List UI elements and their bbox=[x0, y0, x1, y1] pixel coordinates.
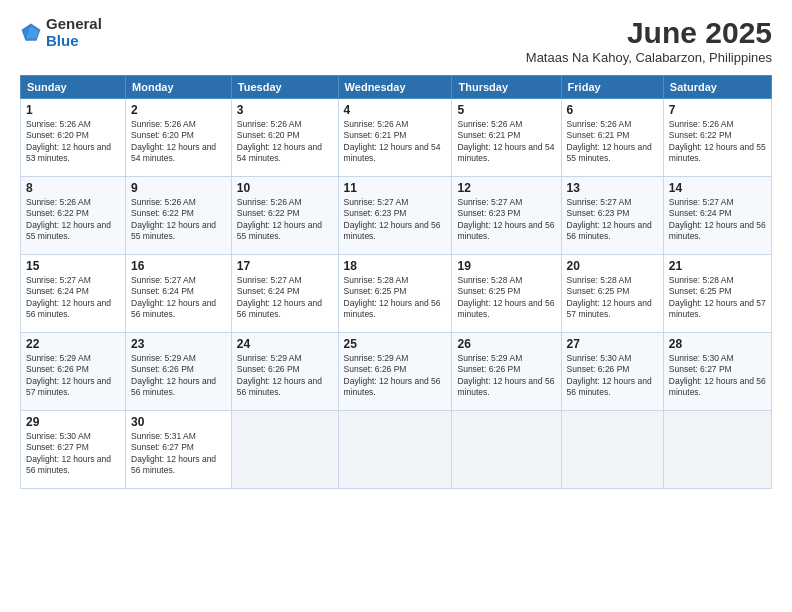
table-cell bbox=[663, 411, 771, 489]
day-info: Sunrise: 5:26 AM Sunset: 6:22 PM Dayligh… bbox=[26, 197, 120, 243]
day-info: Sunrise: 5:26 AM Sunset: 6:20 PM Dayligh… bbox=[26, 119, 120, 165]
day-info: Sunrise: 5:29 AM Sunset: 6:26 PM Dayligh… bbox=[457, 353, 555, 399]
table-cell: 16 Sunrise: 5:27 AM Sunset: 6:24 PM Dayl… bbox=[126, 255, 232, 333]
day-number: 15 bbox=[26, 259, 120, 273]
table-row: 29 Sunrise: 5:30 AM Sunset: 6:27 PM Dayl… bbox=[21, 411, 772, 489]
day-info: Sunrise: 5:27 AM Sunset: 6:24 PM Dayligh… bbox=[669, 197, 766, 243]
table-cell: 1 Sunrise: 5:26 AM Sunset: 6:20 PM Dayli… bbox=[21, 99, 126, 177]
day-number: 5 bbox=[457, 103, 555, 117]
table-cell: 8 Sunrise: 5:26 AM Sunset: 6:22 PM Dayli… bbox=[21, 177, 126, 255]
table-row: 22 Sunrise: 5:29 AM Sunset: 6:26 PM Dayl… bbox=[21, 333, 772, 411]
day-number: 28 bbox=[669, 337, 766, 351]
day-number: 4 bbox=[344, 103, 447, 117]
table-cell: 7 Sunrise: 5:26 AM Sunset: 6:22 PM Dayli… bbox=[663, 99, 771, 177]
day-number: 14 bbox=[669, 181, 766, 195]
table-cell: 14 Sunrise: 5:27 AM Sunset: 6:24 PM Dayl… bbox=[663, 177, 771, 255]
logo-general: General bbox=[46, 15, 102, 32]
col-tuesday: Tuesday bbox=[231, 76, 338, 99]
table-cell: 22 Sunrise: 5:29 AM Sunset: 6:26 PM Dayl… bbox=[21, 333, 126, 411]
table-cell bbox=[231, 411, 338, 489]
table-cell: 10 Sunrise: 5:26 AM Sunset: 6:22 PM Dayl… bbox=[231, 177, 338, 255]
day-info: Sunrise: 5:26 AM Sunset: 6:21 PM Dayligh… bbox=[344, 119, 447, 165]
table-cell bbox=[338, 411, 452, 489]
table-cell: 19 Sunrise: 5:28 AM Sunset: 6:25 PM Dayl… bbox=[452, 255, 561, 333]
day-number: 24 bbox=[237, 337, 333, 351]
day-info: Sunrise: 5:28 AM Sunset: 6:25 PM Dayligh… bbox=[457, 275, 555, 321]
table-cell: 13 Sunrise: 5:27 AM Sunset: 6:23 PM Dayl… bbox=[561, 177, 663, 255]
day-info: Sunrise: 5:28 AM Sunset: 6:25 PM Dayligh… bbox=[567, 275, 658, 321]
table-row: 15 Sunrise: 5:27 AM Sunset: 6:24 PM Dayl… bbox=[21, 255, 772, 333]
day-info: Sunrise: 5:26 AM Sunset: 6:22 PM Dayligh… bbox=[237, 197, 333, 243]
table-cell: 20 Sunrise: 5:28 AM Sunset: 6:25 PM Dayl… bbox=[561, 255, 663, 333]
logo-icon bbox=[20, 22, 42, 44]
day-number: 12 bbox=[457, 181, 555, 195]
page: General Blue June 2025 Mataas Na Kahoy, … bbox=[0, 0, 792, 612]
day-number: 18 bbox=[344, 259, 447, 273]
table-cell: 17 Sunrise: 5:27 AM Sunset: 6:24 PM Dayl… bbox=[231, 255, 338, 333]
table-cell: 2 Sunrise: 5:26 AM Sunset: 6:20 PM Dayli… bbox=[126, 99, 232, 177]
table-cell: 21 Sunrise: 5:28 AM Sunset: 6:25 PM Dayl… bbox=[663, 255, 771, 333]
table-cell: 27 Sunrise: 5:30 AM Sunset: 6:26 PM Dayl… bbox=[561, 333, 663, 411]
day-number: 13 bbox=[567, 181, 658, 195]
day-number: 16 bbox=[131, 259, 226, 273]
day-info: Sunrise: 5:26 AM Sunset: 6:20 PM Dayligh… bbox=[131, 119, 226, 165]
logo-text: General Blue bbox=[46, 16, 102, 49]
table-cell bbox=[561, 411, 663, 489]
table-cell: 9 Sunrise: 5:26 AM Sunset: 6:22 PM Dayli… bbox=[126, 177, 232, 255]
table-cell: 6 Sunrise: 5:26 AM Sunset: 6:21 PM Dayli… bbox=[561, 99, 663, 177]
day-info: Sunrise: 5:26 AM Sunset: 6:22 PM Dayligh… bbox=[131, 197, 226, 243]
day-info: Sunrise: 5:30 AM Sunset: 6:27 PM Dayligh… bbox=[26, 431, 120, 477]
calendar-subtitle: Mataas Na Kahoy, Calabarzon, Philippines bbox=[526, 50, 772, 65]
day-number: 3 bbox=[237, 103, 333, 117]
table-cell: 4 Sunrise: 5:26 AM Sunset: 6:21 PM Dayli… bbox=[338, 99, 452, 177]
day-info: Sunrise: 5:26 AM Sunset: 6:21 PM Dayligh… bbox=[567, 119, 658, 165]
day-info: Sunrise: 5:31 AM Sunset: 6:27 PM Dayligh… bbox=[131, 431, 226, 477]
day-info: Sunrise: 5:28 AM Sunset: 6:25 PM Dayligh… bbox=[669, 275, 766, 321]
day-info: Sunrise: 5:26 AM Sunset: 6:22 PM Dayligh… bbox=[669, 119, 766, 165]
day-info: Sunrise: 5:29 AM Sunset: 6:26 PM Dayligh… bbox=[237, 353, 333, 399]
header: General Blue June 2025 Mataas Na Kahoy, … bbox=[20, 16, 772, 65]
day-number: 11 bbox=[344, 181, 447, 195]
day-info: Sunrise: 5:29 AM Sunset: 6:26 PM Dayligh… bbox=[26, 353, 120, 399]
table-cell: 25 Sunrise: 5:29 AM Sunset: 6:26 PM Dayl… bbox=[338, 333, 452, 411]
col-monday: Monday bbox=[126, 76, 232, 99]
day-number: 1 bbox=[26, 103, 120, 117]
table-cell: 26 Sunrise: 5:29 AM Sunset: 6:26 PM Dayl… bbox=[452, 333, 561, 411]
table-cell: 30 Sunrise: 5:31 AM Sunset: 6:27 PM Dayl… bbox=[126, 411, 232, 489]
day-number: 9 bbox=[131, 181, 226, 195]
day-info: Sunrise: 5:29 AM Sunset: 6:26 PM Dayligh… bbox=[344, 353, 447, 399]
day-number: 17 bbox=[237, 259, 333, 273]
day-number: 19 bbox=[457, 259, 555, 273]
day-number: 26 bbox=[457, 337, 555, 351]
day-info: Sunrise: 5:26 AM Sunset: 6:20 PM Dayligh… bbox=[237, 119, 333, 165]
day-number: 6 bbox=[567, 103, 658, 117]
col-friday: Friday bbox=[561, 76, 663, 99]
col-sunday: Sunday bbox=[21, 76, 126, 99]
day-number: 22 bbox=[26, 337, 120, 351]
header-row: Sunday Monday Tuesday Wednesday Thursday… bbox=[21, 76, 772, 99]
title-area: June 2025 Mataas Na Kahoy, Calabarzon, P… bbox=[526, 16, 772, 65]
table-cell: 15 Sunrise: 5:27 AM Sunset: 6:24 PM Dayl… bbox=[21, 255, 126, 333]
day-info: Sunrise: 5:30 AM Sunset: 6:27 PM Dayligh… bbox=[669, 353, 766, 399]
table-row: 8 Sunrise: 5:26 AM Sunset: 6:22 PM Dayli… bbox=[21, 177, 772, 255]
table-cell: 11 Sunrise: 5:27 AM Sunset: 6:23 PM Dayl… bbox=[338, 177, 452, 255]
table-cell: 24 Sunrise: 5:29 AM Sunset: 6:26 PM Dayl… bbox=[231, 333, 338, 411]
table-cell: 5 Sunrise: 5:26 AM Sunset: 6:21 PM Dayli… bbox=[452, 99, 561, 177]
day-info: Sunrise: 5:27 AM Sunset: 6:23 PM Dayligh… bbox=[457, 197, 555, 243]
calendar-table: Sunday Monday Tuesday Wednesday Thursday… bbox=[20, 75, 772, 489]
day-info: Sunrise: 5:29 AM Sunset: 6:26 PM Dayligh… bbox=[131, 353, 226, 399]
day-info: Sunrise: 5:27 AM Sunset: 6:24 PM Dayligh… bbox=[26, 275, 120, 321]
calendar-title: June 2025 bbox=[526, 16, 772, 50]
col-saturday: Saturday bbox=[663, 76, 771, 99]
day-number: 2 bbox=[131, 103, 226, 117]
day-number: 29 bbox=[26, 415, 120, 429]
day-info: Sunrise: 5:27 AM Sunset: 6:24 PM Dayligh… bbox=[237, 275, 333, 321]
day-info: Sunrise: 5:27 AM Sunset: 6:23 PM Dayligh… bbox=[567, 197, 658, 243]
logo: General Blue bbox=[20, 16, 102, 49]
day-number: 21 bbox=[669, 259, 766, 273]
table-cell: 12 Sunrise: 5:27 AM Sunset: 6:23 PM Dayl… bbox=[452, 177, 561, 255]
table-cell: 23 Sunrise: 5:29 AM Sunset: 6:26 PM Dayl… bbox=[126, 333, 232, 411]
day-number: 20 bbox=[567, 259, 658, 273]
table-cell: 18 Sunrise: 5:28 AM Sunset: 6:25 PM Dayl… bbox=[338, 255, 452, 333]
table-cell: 29 Sunrise: 5:30 AM Sunset: 6:27 PM Dayl… bbox=[21, 411, 126, 489]
